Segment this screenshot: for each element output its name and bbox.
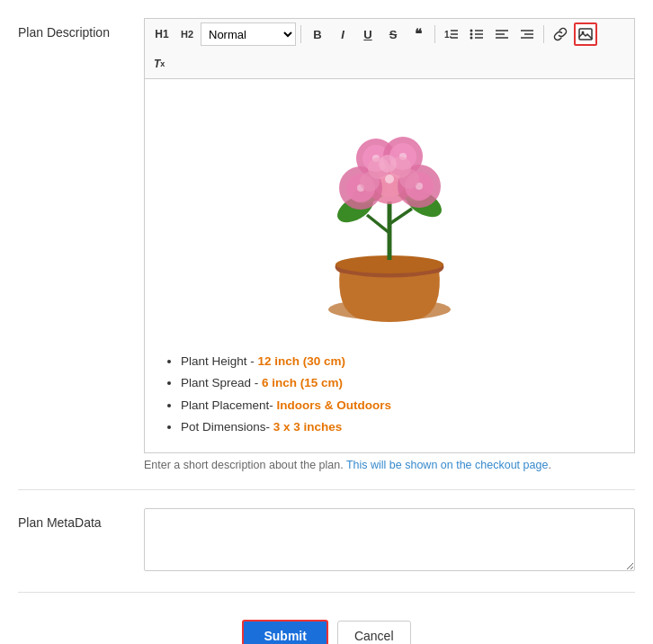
unordered-list-button[interactable] <box>465 22 488 46</box>
toolbar-separator <box>300 25 301 43</box>
bold-button[interactable]: B <box>306 22 329 46</box>
toolbar-row2: Tx <box>144 49 635 78</box>
spec-item-4: Pot Dimensions- 3 x 3 inches <box>181 416 620 438</box>
metadata-input[interactable] <box>144 508 635 571</box>
ordered-list-button[interactable]: 1. <box>440 22 463 46</box>
plan-metadata-row: Plan MetaData <box>18 508 635 574</box>
format-select[interactable]: Normal Heading 1 Heading 2 Heading 3 Pre… <box>201 22 296 46</box>
divider-2 <box>18 592 635 593</box>
plan-description-row: Plan Description H1 H2 Normal Heading 1 … <box>18 18 635 471</box>
spec-item-3: Plant Placement- Indoors & Outdoors <box>181 395 620 416</box>
spec-item-1: Plant Height - 12 inch (30 cm) <box>181 351 620 372</box>
strikethrough-button[interactable]: S <box>381 22 405 46</box>
svg-line-21 <box>367 215 389 233</box>
field-hint: Enter a short description about the plan… <box>144 459 635 471</box>
blockquote-button[interactable]: ❝ <box>407 22 430 46</box>
svg-point-46 <box>379 155 397 173</box>
h1-button[interactable]: H1 <box>150 22 174 46</box>
svg-point-44 <box>360 172 380 192</box>
plant-illustration <box>291 94 488 336</box>
plant-specs-list: Plant Height - 12 inch (30 cm) Plant Spr… <box>159 351 620 438</box>
align-left-button[interactable] <box>490 22 514 46</box>
hint-text-before: Enter a short description about the plan… <box>144 459 346 471</box>
italic-button[interactable]: I <box>331 22 354 46</box>
hint-text-after: . <box>548 459 550 471</box>
cancel-button[interactable]: Cancel <box>337 621 411 644</box>
editor-content-area[interactable]: Plant Height - 12 inch (30 cm) Plant Spr… <box>144 78 635 453</box>
h2-button[interactable]: H2 <box>175 22 199 46</box>
svg-point-4 <box>470 30 473 32</box>
align-right-button[interactable] <box>515 22 539 46</box>
submit-row: Submit Cancel <box>18 611 635 644</box>
svg-line-22 <box>389 209 412 224</box>
underline-button[interactable]: U <box>356 22 380 46</box>
hint-link[interactable]: This will be shown on the checkout page <box>346 459 548 471</box>
spec-item-2: Plant Spread - 6 inch (15 cm) <box>181 372 620 394</box>
divider-1 <box>18 489 635 490</box>
submit-button[interactable]: Submit <box>242 620 327 644</box>
image-button[interactable] <box>574 22 597 46</box>
plan-description-label: Plan Description <box>18 18 144 40</box>
plan-metadata-label: Plan MetaData <box>18 508 144 530</box>
svg-point-45 <box>399 169 419 189</box>
svg-point-6 <box>470 37 473 40</box>
plant-image-container <box>159 94 620 336</box>
svg-point-37 <box>385 174 394 183</box>
svg-point-5 <box>470 33 473 36</box>
toolbar-row1: H1 H2 Normal Heading 1 Heading 2 Heading… <box>144 18 635 49</box>
link-button[interactable] <box>549 22 572 46</box>
toolbar-separator2 <box>434 25 435 43</box>
plan-description-editor: H1 H2 Normal Heading 1 Heading 2 Heading… <box>144 18 635 471</box>
clear-format-button[interactable]: Tx <box>150 52 168 76</box>
plan-metadata-content <box>144 508 635 574</box>
toolbar-separator3 <box>543 25 544 43</box>
